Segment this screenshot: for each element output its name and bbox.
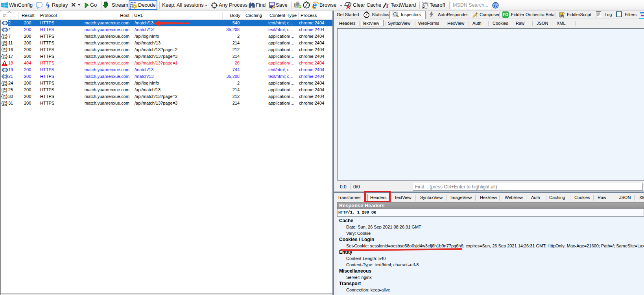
svg-text:FO: FO — [503, 13, 508, 17]
svg-text:on: on — [3, 57, 6, 59]
svg-text:on: on — [3, 103, 6, 106]
svg-text:on: on — [3, 97, 6, 100]
svg-text:JS: JS — [561, 15, 564, 18]
svg-text:on: on — [3, 43, 6, 46]
svg-text:T: T — [385, 3, 389, 9]
svg-text:on: on — [3, 90, 6, 93]
svg-text:on: on — [3, 37, 6, 39]
svg-text:?: ? — [494, 3, 497, 8]
svg-text:on: on — [3, 50, 6, 53]
svg-text:on: on — [3, 83, 6, 86]
